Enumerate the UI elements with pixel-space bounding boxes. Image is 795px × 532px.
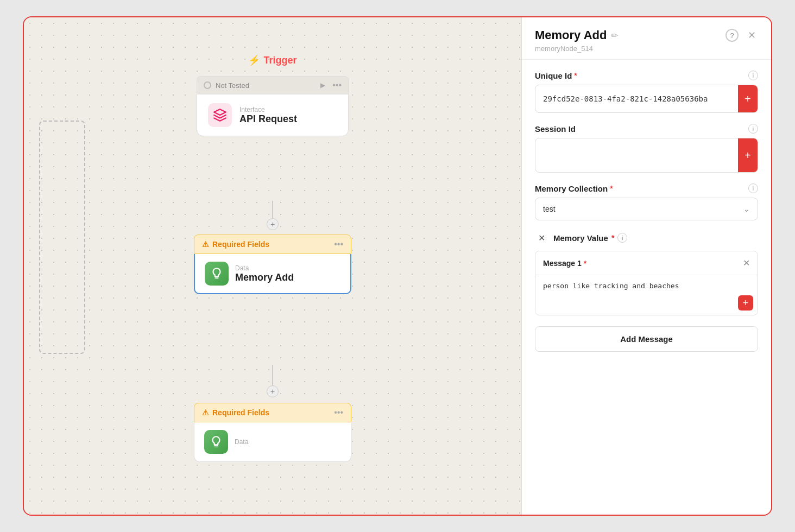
unique-id-required-star: *: [574, 71, 577, 80]
warning-icon-1: ⚠: [202, 240, 209, 249]
panel-title-right: ? ✕: [725, 29, 758, 42]
memory-value-label: Memory Value * i: [553, 233, 627, 243]
right-panel: Memory Add ✏ ? ✕ memoryNode_514 Unique I…: [521, 17, 771, 515]
session-id-add-button[interactable]: +: [738, 138, 758, 172]
required-menu-2[interactable]: •••: [334, 408, 343, 417]
warning-icon-2: ⚠: [202, 408, 209, 417]
message-1-header: Message 1 * ✕: [535, 251, 758, 275]
session-id-label: Session Id: [535, 124, 576, 134]
api-request-card: Interface API Request: [197, 94, 349, 136]
add-node-button-2[interactable]: +: [267, 385, 279, 397]
required-menu-1[interactable]: •••: [334, 239, 343, 249]
main-container: ⚡ Trigger Not Tested ▶ •••: [23, 16, 772, 516]
panel-title: Memory Add: [535, 28, 607, 42]
unique-id-add-button[interactable]: +: [738, 85, 758, 112]
memory-value-info-icon[interactable]: i: [617, 233, 627, 243]
memory-sub-label: Data: [235, 264, 294, 272]
add-node-button-1[interactable]: +: [267, 218, 279, 230]
session-id-info-icon[interactable]: i: [748, 124, 758, 134]
memory-collection-star: *: [610, 184, 613, 193]
memory-add-card[interactable]: Data Memory Add: [194, 254, 351, 294]
required-fields-node-1[interactable]: ⚠ Required Fields ••• Data Memory Add: [194, 235, 351, 294]
panel-body: Unique Id * i + Session Id i: [522, 60, 771, 363]
unique-id-label: Unique Id *: [535, 71, 577, 80]
unique-id-input[interactable]: [535, 85, 738, 112]
api-icon: [208, 103, 232, 127]
unique-id-group: Unique Id * i +: [535, 71, 758, 113]
bolt-icon: ⚡: [248, 54, 260, 66]
canvas-area: ⚡ Trigger Not Tested ▶ •••: [24, 17, 521, 515]
message-1-star: *: [584, 259, 586, 268]
status-circle: [204, 81, 211, 89]
memory-add-text: Data Memory Add: [235, 264, 294, 283]
message-1-close-button[interactable]: ✕: [743, 258, 750, 268]
required-header-2: ⚠ Required Fields •••: [194, 403, 351, 422]
session-id-group: Session Id i +: [535, 124, 758, 173]
session-id-input[interactable]: [535, 138, 738, 172]
unique-id-label-row: Unique Id * i: [535, 71, 758, 80]
node-status-bar: Not Tested ▶ •••: [197, 76, 349, 94]
session-id-input-wrapper: +: [535, 138, 758, 173]
required-fields-label-1: Required Fields: [212, 240, 269, 249]
not-tested-label: Not Tested: [216, 81, 249, 90]
close-icon[interactable]: ✕: [745, 29, 758, 42]
api-request-title: API Request: [239, 113, 297, 125]
memory-collection-group: Memory Collection * i test ⌄: [535, 183, 758, 220]
data-card-bottom[interactable]: Data: [194, 422, 351, 462]
edit-icon[interactable]: ✏: [611, 30, 618, 41]
required-header-1: ⚠ Required Fields •••: [194, 235, 351, 254]
status-right: ▶ •••: [317, 80, 342, 91]
dashed-decoration: [39, 121, 85, 354]
memory-collection-dropdown[interactable]: test ⌄: [535, 198, 758, 220]
required-fields-node-2[interactable]: ⚠ Required Fields ••• Data: [194, 403, 351, 462]
message-1-label: Message 1 *: [543, 259, 586, 268]
message-1-textarea[interactable]: person like tracking and beaches: [535, 275, 758, 313]
add-message-button[interactable]: Add Message: [535, 326, 758, 352]
session-id-label-row: Session Id i: [535, 124, 758, 134]
memory-collection-label: Memory Collection *: [535, 184, 613, 193]
memory-value-header: ✕ Memory Value * i: [535, 231, 758, 244]
api-request-text: Interface API Request: [239, 106, 297, 125]
panel-title-row: Memory Add ✏ ? ✕: [535, 28, 758, 42]
memory-value-star: *: [611, 233, 614, 242]
status-left: Not Tested: [204, 81, 249, 90]
memory-icon: [205, 262, 229, 286]
unique-id-info-icon[interactable]: i: [748, 71, 758, 80]
memory-add-title: Memory Add: [235, 272, 294, 283]
memory-collection-dropdown-display[interactable]: test ⌄: [535, 198, 758, 220]
required-header-left-2: ⚠ Required Fields: [202, 408, 269, 417]
memory-value-section: ✕ Memory Value * i Message 1 * ✕: [535, 231, 758, 315]
memory-collection-label-row: Memory Collection * i: [535, 183, 758, 193]
required-header-left: ⚠ Required Fields: [202, 240, 269, 249]
required-fields-label-2: Required Fields: [212, 408, 269, 417]
unique-id-input-wrapper: +: [535, 85, 758, 113]
trigger-text: Trigger: [263, 55, 296, 66]
trigger-label: ⚡ Trigger: [248, 54, 296, 66]
panel-header: Memory Add ✏ ? ✕ memoryNode_514: [522, 17, 771, 60]
message-1-card: Message 1 * ✕ person like tracking and b…: [535, 251, 758, 315]
play-button[interactable]: ▶: [317, 80, 328, 91]
chevron-down-icon: ⌄: [743, 205, 750, 213]
panel-title-left: Memory Add ✏: [535, 28, 618, 42]
connector-2: [272, 365, 273, 385]
memory-collection-value: test: [543, 205, 556, 213]
memory-value-remove-button[interactable]: ✕: [535, 231, 548, 244]
message-1-input-wrapper: person like tracking and beaches +: [535, 275, 758, 315]
message-1-add-button[interactable]: +: [738, 295, 753, 311]
node-id: memoryNode_514: [535, 45, 758, 53]
help-icon[interactable]: ?: [725, 29, 739, 42]
data-bottom-text: Data: [235, 438, 248, 446]
memory-icon-2: [204, 430, 228, 454]
node-menu-button[interactable]: •••: [332, 80, 342, 90]
api-request-node[interactable]: Not Tested ▶ ••• Interface API Request: [197, 76, 349, 136]
memory-collection-info-icon[interactable]: i: [748, 183, 758, 193]
data-sub-label: Data: [235, 438, 248, 446]
api-sub-label: Interface: [239, 106, 297, 113]
